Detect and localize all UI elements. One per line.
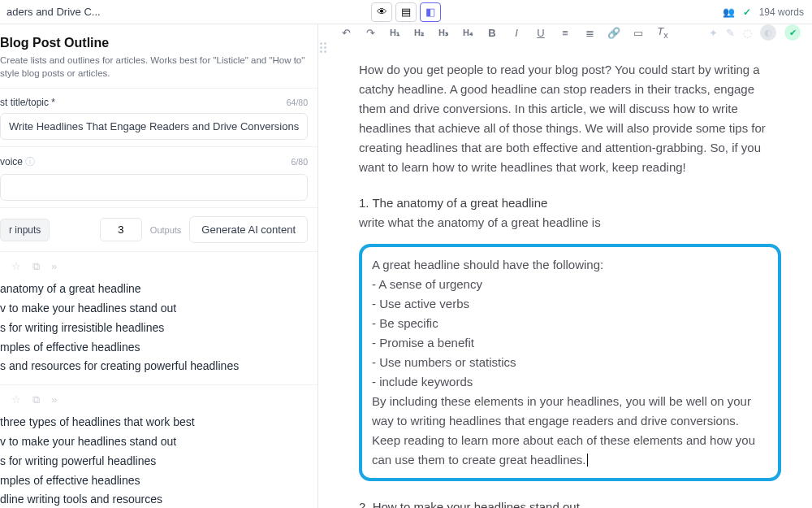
intro-paragraph: How do you get people to read your blog … — [359, 60, 781, 177]
box-item: - include keywords — [372, 372, 768, 392]
title-label: st title/topic * — [0, 97, 55, 108]
result-block-2: ☆ ⧉ » three types of headlines that work… — [0, 384, 317, 508]
list-item: s for writing irresistible headlines — [0, 319, 317, 338]
preview-icon[interactable]: 👁 — [371, 2, 392, 22]
layout-icon[interactable]: ▤ — [395, 2, 417, 22]
top-bar: aders and Drive C... 👁 ▤ ◧ 👥 ✓ 194 words — [0, 0, 812, 24]
unordered-list-icon[interactable]: ≣ — [583, 27, 596, 39]
italic-button[interactable]: I — [510, 27, 523, 39]
list-item: s for writing powerful headlines — [0, 452, 317, 471]
star-icon[interactable]: ☆ — [11, 393, 21, 406]
box-item: - A sense of urgency — [372, 275, 768, 294]
outputs-count-input[interactable] — [100, 218, 142, 241]
template-desc: Create lists and outlines for articles. … — [0, 54, 308, 80]
editor-content[interactable]: How do you get people to read your blog … — [328, 41, 812, 508]
copy-icon[interactable]: ⧉ — [32, 393, 40, 406]
image-icon[interactable]: ▭ — [632, 27, 645, 39]
section-2-heading: 2. How to make your headlines stand out — [359, 497, 781, 508]
list-item: v to make your headlines stand out — [0, 299, 317, 319]
collaborators-icon[interactable]: 👥 — [723, 7, 735, 18]
list-item: anatomy of a great headline — [0, 280, 317, 299]
split-view-icon[interactable]: ◧ — [420, 2, 441, 22]
shield-icon[interactable]: ✔ — [784, 24, 801, 41]
voice-input[interactable] — [0, 174, 308, 201]
outputs-label: Outputs — [150, 225, 182, 235]
score-badge[interactable]: ◐ — [760, 24, 776, 41]
list-item: v to make your headlines stand out — [0, 432, 317, 452]
link-icon[interactable]: 🔗 — [607, 27, 620, 39]
list-item: s and resources for creating powerful he… — [0, 357, 317, 376]
more-icon[interactable]: » — [51, 260, 57, 273]
box-lead: A great headline should have the followi… — [372, 255, 768, 275]
box-item: - Use active verbs — [372, 294, 768, 314]
bold-button[interactable]: B — [486, 27, 499, 39]
left-panel: Blog Post Outline Create lists and outli… — [0, 24, 318, 508]
box-item: - Use numbers or statistics — [372, 353, 768, 372]
voice-count: 6/80 — [292, 157, 308, 167]
box-item: - Be specific — [372, 314, 768, 333]
list-item: mples of effective headlines — [0, 338, 317, 358]
section-1-prompt: write what the anatomy of a great headli… — [359, 213, 781, 232]
h1-button[interactable]: H₁ — [388, 28, 401, 38]
h3-button[interactable]: H₃ — [437, 28, 450, 38]
box-tail: By including these elements in your head… — [372, 392, 768, 470]
resize-handle[interactable] — [318, 24, 328, 508]
h4-button[interactable]: H₄ — [461, 28, 474, 38]
edit-icon[interactable]: ✎ — [726, 27, 735, 39]
editor-panel: ↶ ↷ H₁ H₂ H₃ H₄ B I U ≡ ≣ 🔗 ▭ Tx ✦ ✎ ◌ ◐… — [328, 24, 812, 508]
underline-button[interactable]: U — [534, 27, 547, 39]
sparkle-icon[interactable]: ✦ — [709, 27, 718, 39]
info-icon[interactable]: ⓘ — [25, 156, 35, 167]
view-toggle-group: 👁 ▤ ◧ — [371, 2, 441, 22]
template-title: Blog Post Outline — [0, 36, 308, 50]
list-item: mples of effective headlines — [0, 471, 317, 491]
generate-button[interactable]: Generate AI content — [189, 216, 308, 243]
section-1-heading: 1. The anatomy of a great headline — [359, 193, 781, 213]
h2-button[interactable]: H₂ — [412, 28, 425, 38]
result-block-1: ☆ ⧉ » anatomy of a great headline v to m… — [0, 251, 317, 384]
doc-title: aders and Drive C... — [6, 6, 101, 18]
word-count: 194 words — [759, 7, 804, 18]
clear-format-icon[interactable]: Tx — [656, 25, 669, 40]
copy-icon[interactable]: ⧉ — [32, 260, 40, 273]
redo-icon[interactable]: ↷ — [364, 27, 377, 39]
title-count: 64/80 — [287, 98, 308, 107]
title-input[interactable] — [0, 113, 308, 140]
more-icon[interactable]: » — [51, 393, 57, 406]
highlighted-output: A great headline should have the followi… — [359, 244, 781, 481]
undo-icon[interactable]: ↶ — [339, 27, 352, 39]
inputs-pill[interactable]: r inputs — [0, 219, 50, 241]
dot-icon[interactable]: ◌ — [743, 27, 752, 39]
list-item: dline writing tools and resources — [0, 490, 317, 508]
editor-toolbar: ↶ ↷ H₁ H₂ H₃ H₄ B I U ≡ ≣ 🔗 ▭ Tx ✦ ✎ ◌ ◐… — [328, 24, 812, 41]
star-icon[interactable]: ☆ — [11, 260, 21, 273]
box-item: - Promise a benefit — [372, 333, 768, 353]
voice-label: voice ⓘ — [0, 155, 35, 169]
list-item: three types of headlines that work best — [0, 413, 317, 432]
ordered-list-icon[interactable]: ≡ — [559, 27, 572, 39]
check-icon: ✓ — [743, 7, 751, 18]
